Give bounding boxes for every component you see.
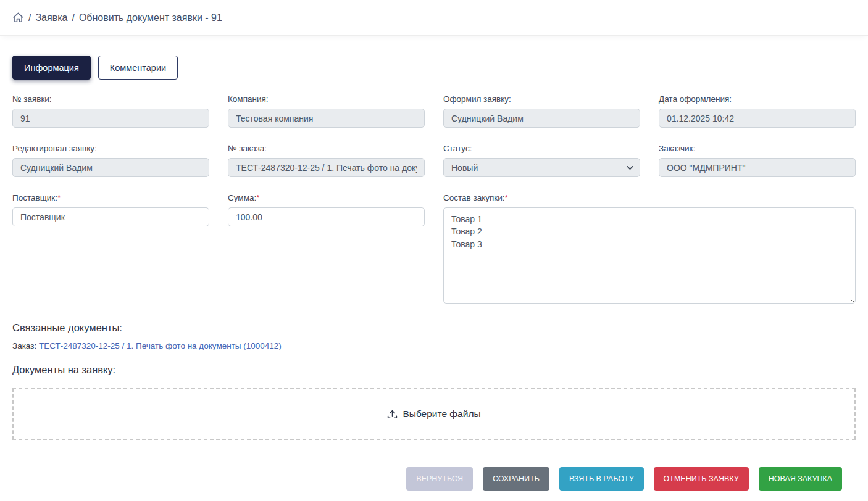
order-link[interactable]: ТЕСТ-2487320-12-25 / 1. Печать фото на д… <box>39 341 282 350</box>
field-edited-by: Редактировал заявку: <box>12 144 209 177</box>
order-number-label: № заказа: <box>228 144 425 153</box>
form-row-2: Редактировал заявку: № заказа: Статус: Н… <box>12 144 856 177</box>
status-label: Статус: <box>443 144 640 153</box>
created-date-label: Дата оформления: <box>659 94 856 104</box>
related-documents-title: Связанные документы: <box>12 322 856 334</box>
field-supplier: Поставщик:* <box>12 193 209 226</box>
cancel-request-button[interactable]: ОТМЕНИТЬ ЗАЯВКУ <box>654 467 749 491</box>
tab-bar: Информация Комментарии <box>12 56 856 80</box>
footer-actions: ВЕРНУТЬСЯ СОХРАНИТЬ ВЗЯТЬ В РАБОТУ ОТМЕН… <box>25 467 842 491</box>
new-purchase-button[interactable]: НОВАЯ ЗАКУПКА <box>759 467 842 491</box>
request-form: № заявки: Компания: Оформил заявку: Дата… <box>12 94 856 491</box>
field-request-number: № заявки: <box>12 94 209 128</box>
order-prefix: Заказ: <box>12 341 36 350</box>
purchase-content-textarea[interactable]: Товар 1 Товар 2 Товар 3 <box>443 207 856 304</box>
return-button[interactable]: ВЕРНУТЬСЯ <box>406 467 473 491</box>
upload-label: Выберите файлы <box>403 408 480 420</box>
status-select[interactable]: Новый <box>443 158 640 177</box>
take-to-work-button[interactable]: ВЗЯТЬ В РАБОТУ <box>559 467 644 491</box>
field-customer: Заказчик: <box>659 144 856 177</box>
breadcrumb-separator: / <box>72 12 74 23</box>
field-amount: Сумма:* <box>228 193 425 226</box>
upload-icon <box>387 409 398 420</box>
field-purchase-content: Состав закупки:* Товар 1 Товар 2 Товар 3 <box>443 193 856 306</box>
home-icon[interactable] <box>12 12 24 23</box>
save-button[interactable]: СОХРАНИТЬ <box>483 467 549 491</box>
edited-by-label: Редактировал заявку: <box>12 144 209 153</box>
customer-label: Заказчик: <box>659 144 856 153</box>
top-bar: / Заявка / Обновить документ заявки - 91 <box>0 0 868 36</box>
order-number-input <box>228 158 425 177</box>
amount-input[interactable] <box>228 207 425 226</box>
created-by-label: Оформил заявку: <box>443 94 640 104</box>
amount-label: Сумма:* <box>228 193 425 202</box>
customer-input <box>659 158 856 177</box>
purchase-content-label: Состав закупки:* <box>443 193 856 202</box>
field-status: Статус: Новый <box>443 144 640 177</box>
related-order-line: Заказ: ТЕСТ-2487320-12-25 / 1. Печать фо… <box>12 341 856 350</box>
form-row-3: Поставщик:* Сумма:* Состав закупки:* Тов… <box>12 193 856 306</box>
file-upload-dropzone[interactable]: Выберите файлы <box>12 388 856 440</box>
field-created-by: Оформил заявку: <box>443 94 640 128</box>
created-by-input <box>443 109 640 128</box>
breadcrumb-item-current: Обновить документ заявки - 91 <box>79 12 222 23</box>
company-label: Компания: <box>228 94 425 104</box>
required-asterisk: * <box>57 193 61 202</box>
required-asterisk: * <box>504 193 507 202</box>
tab-information[interactable]: Информация <box>12 56 91 80</box>
status-selected-value: Новый <box>451 163 478 173</box>
field-company: Компания: <box>228 94 425 128</box>
created-date-input <box>659 109 856 128</box>
form-row-1: № заявки: Компания: Оформил заявку: Дата… <box>12 94 856 128</box>
main-content: Информация Комментарии № заявки: Компани… <box>0 56 868 491</box>
breadcrumb-separator: / <box>28 12 31 23</box>
company-input <box>228 109 425 128</box>
tab-comments[interactable]: Комментарии <box>98 56 178 80</box>
breadcrumb: / Заявка / Обновить документ заявки - 91 <box>12 12 222 23</box>
documents-title: Документы на заявку: <box>12 364 856 376</box>
request-number-label: № заявки: <box>12 94 209 104</box>
field-created-date: Дата оформления: <box>659 94 856 128</box>
breadcrumb-item-request[interactable]: Заявка <box>35 12 67 23</box>
supplier-label: Поставщик:* <box>12 193 209 202</box>
required-asterisk: * <box>256 193 259 202</box>
field-order-number: № заказа: <box>228 144 425 177</box>
request-number-input <box>12 109 209 128</box>
supplier-input[interactable] <box>12 207 209 226</box>
edited-by-input <box>12 158 209 177</box>
